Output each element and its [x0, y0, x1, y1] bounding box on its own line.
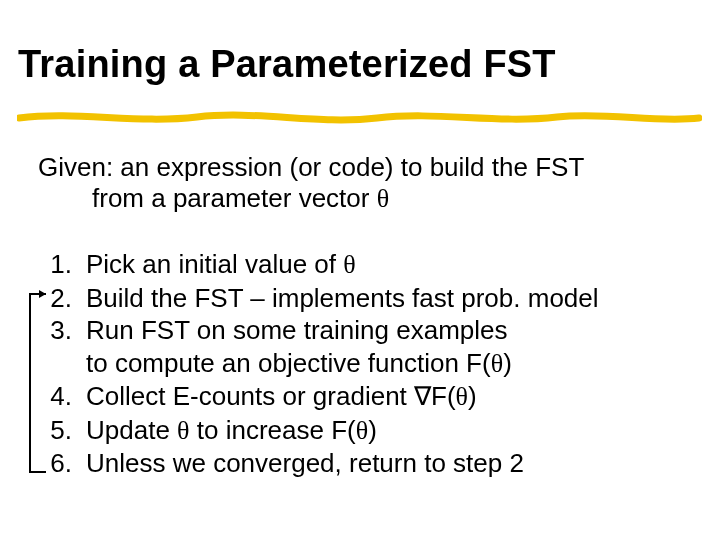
title-area: Training a Parameterized FST — [18, 44, 702, 86]
list-text-sub: to compute an objective function F(θ) — [86, 347, 678, 381]
list-item: 3. Run FST on some training examples to … — [38, 314, 678, 380]
list-item: 6. Unless we converged, return to step 2 — [38, 447, 678, 480]
list-text: Collect E-counts or gradient ∇F(θ) — [86, 380, 678, 414]
list-text: Pick an initial value of θ — [86, 248, 678, 282]
list-number: 4. — [38, 380, 86, 414]
slide: Training a Parameterized FST Given: an e… — [0, 0, 720, 540]
list-item: 5. Update θ to increase F(θ) — [38, 414, 678, 448]
list-item: 4. Collect E-counts or gradient ∇F(θ) — [38, 380, 678, 414]
list-text: Unless we converged, return to step 2 — [86, 447, 678, 480]
list-number: 2. — [38, 282, 86, 315]
steps-list: 1. Pick an initial value of θ 2. Build t… — [38, 248, 678, 480]
list-number: 6. — [38, 447, 86, 480]
theta-symbol: θ — [456, 382, 468, 411]
list-number: 1. — [38, 248, 86, 282]
slide-title: Training a Parameterized FST — [18, 44, 702, 86]
intro-text: Given: an expression (or code) to build … — [38, 152, 678, 214]
intro-line-2-prefix: from a parameter vector — [92, 183, 377, 213]
theta-symbol: θ — [491, 349, 503, 378]
intro-line-1: Given: an expression (or code) to build … — [38, 152, 678, 183]
list-text: Update θ to increase F(θ) — [86, 414, 678, 448]
list-item: 1. Pick an initial value of θ — [38, 248, 678, 282]
theta-symbol: θ — [377, 184, 389, 213]
title-underline — [17, 108, 702, 128]
list-item: 2. Build the FST – implements fast prob.… — [38, 282, 678, 315]
theta-symbol: θ — [177, 416, 189, 445]
theta-symbol: θ — [343, 250, 355, 279]
theta-symbol: θ — [356, 416, 368, 445]
intro-line-2: from a parameter vector θ — [38, 183, 678, 214]
list-text: Run FST on some training examples to com… — [86, 314, 678, 380]
list-number: 3. — [38, 314, 86, 380]
list-number: 5. — [38, 414, 86, 448]
list-text: Build the FST – implements fast prob. mo… — [86, 282, 678, 315]
